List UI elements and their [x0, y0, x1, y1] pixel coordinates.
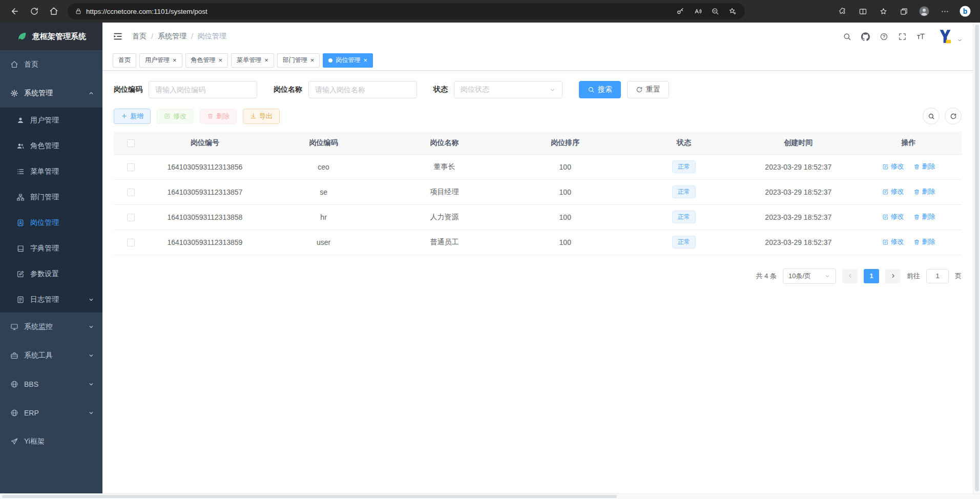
row-checkbox[interactable]: [127, 214, 135, 221]
row-checkbox[interactable]: [127, 239, 135, 246]
tab-label: 用户管理: [145, 56, 170, 65]
prev-page-button[interactable]: [842, 269, 858, 283]
back-icon[interactable]: [5, 3, 25, 20]
row-actions-cell: 修改删除: [856, 204, 962, 230]
table-row: 1641030593112313856ceo董事长100正常2023-03-29…: [114, 154, 962, 179]
sidebar-toggle-icon[interactable]: [113, 31, 123, 41]
sidebar-item-dept[interactable]: 部门管理: [0, 184, 102, 210]
tab-post[interactable]: 岗位管理×: [323, 53, 373, 68]
tab-close-icon[interactable]: ×: [264, 57, 268, 64]
extensions-icon[interactable]: [832, 3, 852, 20]
row-edit-link[interactable]: 修改: [882, 237, 904, 246]
tab-close-icon[interactable]: ×: [310, 57, 315, 64]
row-checkbox[interactable]: [127, 189, 135, 196]
read-aloud-icon[interactable]: [690, 4, 706, 18]
tab-close-icon[interactable]: ×: [363, 57, 367, 64]
app-logo[interactable]: 意框架管理系统: [0, 23, 102, 50]
vertical-scrollbar[interactable]: [973, 23, 980, 493]
search-button[interactable]: 搜索: [579, 81, 621, 98]
favorites-icon[interactable]: [873, 3, 893, 20]
breadcrumb-home[interactable]: 首页: [132, 32, 147, 41]
reset-button[interactable]: 重置: [627, 81, 669, 98]
sidebar-item-monitor[interactable]: 系统监控: [0, 313, 102, 341]
sidebar-item-erp[interactable]: ERP: [0, 399, 102, 427]
post-name-input[interactable]: [308, 81, 417, 98]
caret-down-icon[interactable]: [957, 37, 963, 43]
breadcrumb-separator: /: [191, 32, 193, 40]
zoom-out-icon[interactable]: [707, 4, 723, 18]
export-button[interactable]: 导出: [243, 109, 280, 124]
collections-icon[interactable]: [894, 3, 913, 20]
site-info-lock-icon[interactable]: [75, 8, 82, 15]
table-tool-search-icon[interactable]: [923, 108, 940, 124]
next-page-button[interactable]: [885, 269, 901, 283]
add-button[interactable]: 新增: [114, 109, 151, 124]
goto-page-input[interactable]: [926, 269, 949, 283]
tab-role[interactable]: 角色管理×: [185, 53, 228, 68]
fullscreen-icon[interactable]: [893, 27, 911, 46]
post-id-cell: 1641030593112313857: [148, 179, 262, 204]
sidebar-item-dict[interactable]: 字典管理: [0, 236, 102, 261]
tab-menu[interactable]: 菜单管理×: [231, 53, 274, 68]
breadcrumb-system[interactable]: 系统管理: [158, 32, 186, 41]
search-icon[interactable]: [838, 27, 856, 46]
sidebar-item-yiframe[interactable]: Yi框架: [0, 427, 102, 456]
row-edit-link[interactable]: 修改: [882, 162, 904, 171]
post-code-input[interactable]: [149, 81, 257, 98]
row-delete-link[interactable]: 删除: [913, 237, 935, 246]
user-avatar[interactable]: [936, 27, 954, 46]
home-icon[interactable]: [44, 3, 64, 20]
status-label: 状态: [433, 85, 448, 94]
post-table: 岗位编号岗位编码岗位名称岗位排序状态创建时间操作 164103059311231…: [114, 132, 962, 255]
row-checkbox[interactable]: [127, 163, 135, 171]
sidebar-item-param[interactable]: 参数设置: [0, 261, 102, 287]
tab-close-icon[interactable]: ×: [173, 57, 177, 64]
split-screen-icon[interactable]: [853, 3, 872, 20]
favorites-add-icon[interactable]: [724, 4, 741, 18]
navbar-right: [838, 27, 963, 46]
delete-button[interactable]: 删除: [200, 109, 237, 124]
horizontal-scrollbar-thumb[interactable]: [2, 495, 617, 498]
sidebar-item-role[interactable]: 角色管理: [0, 133, 102, 159]
row-delete-link[interactable]: 删除: [913, 162, 935, 171]
more-icon[interactable]: [935, 3, 954, 20]
sidebar-item-menu[interactable]: 菜单管理: [0, 159, 102, 184]
address-bar[interactable]: https://ccnetcore.com:1101/system/post: [68, 3, 745, 19]
book-icon: [16, 244, 25, 253]
question-icon[interactable]: [874, 27, 893, 46]
table-tool-refresh-icon[interactable]: [945, 108, 962, 124]
row-edit-link[interactable]: 修改: [882, 187, 904, 196]
tab-dept[interactable]: 部门管理×: [277, 53, 320, 68]
sidebar-item-label: ERP: [24, 409, 39, 417]
chevron-down-icon: [88, 297, 94, 303]
horizontal-scrollbar[interactable]: [0, 493, 980, 499]
row-delete-link[interactable]: 删除: [913, 187, 935, 196]
sidebar-item-tool[interactable]: 系统工具: [0, 341, 102, 370]
vertical-scrollbar-thumb[interactable]: [975, 25, 979, 491]
tab-user[interactable]: 用户管理×: [139, 53, 182, 68]
row-edit-link[interactable]: 修改: [882, 212, 904, 221]
github-icon[interactable]: [856, 27, 874, 46]
profile-icon[interactable]: [914, 3, 934, 20]
tab-close-icon[interactable]: ×: [219, 57, 223, 64]
status-select[interactable]: 岗位状态: [454, 81, 562, 98]
sidebar-item-log[interactable]: 日志管理: [0, 287, 102, 313]
edit-button[interactable]: 修改: [157, 109, 194, 124]
tab-home[interactable]: 首页: [113, 53, 136, 68]
sidebar-item-label: 系统管理: [24, 89, 53, 98]
select-all-checkbox[interactable]: [127, 139, 135, 147]
sidebar-item-system[interactable]: 系统管理: [0, 79, 102, 108]
refresh-icon[interactable]: [25, 3, 44, 20]
sidebar-item-bbs[interactable]: BBS: [0, 370, 102, 399]
sidebar-item-user[interactable]: 用户管理: [0, 108, 102, 133]
row-delete-link[interactable]: 删除: [913, 212, 935, 221]
text-size-icon[interactable]: [911, 27, 930, 46]
sidebar-item-post[interactable]: 岗位管理: [0, 210, 102, 236]
page-1-button[interactable]: 1: [864, 269, 879, 283]
sidebar-item-label: 日志管理: [30, 295, 59, 304]
bing-icon[interactable]: b: [955, 3, 975, 20]
key-icon[interactable]: [672, 4, 689, 18]
sidebar-item-home[interactable]: 首页: [0, 50, 102, 79]
page-size-select[interactable]: 10条/页: [783, 268, 836, 284]
column-header-4: 状态: [627, 132, 741, 154]
